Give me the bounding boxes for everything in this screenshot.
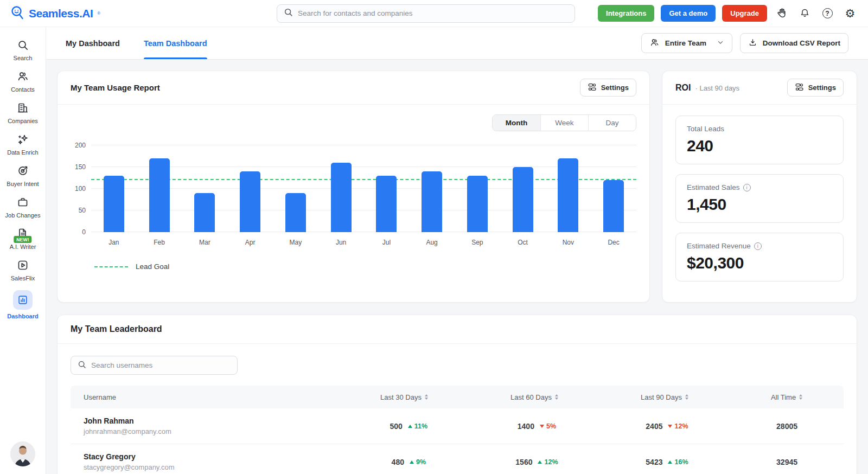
sidebar-item-buyer-intent[interactable]: Buyer Intent [1,164,44,187]
usage-bar-chart: 050100150200 [71,145,636,232]
stat-label: Estimated Sales [687,183,740,191]
tab-my-dashboard[interactable]: My Dashboard [66,27,120,59]
x-tick-label: Feb [137,239,182,246]
column-header-all-time[interactable]: All Time [730,393,844,401]
roi-title: ROI [675,83,691,93]
sidebar-item-data-enrich[interactable]: Data Enrich [1,133,44,156]
notifications-bell-icon[interactable] [796,5,813,22]
metric-value: 32945 [776,458,797,466]
leaderboard-table: UsernameLast 30 DaysLast 60 DaysLast 90 … [71,386,844,474]
metric-cell: 542316% [599,458,730,466]
x-tick-label: Apr [227,239,273,246]
sidebar-item-salesflix[interactable]: SalesFlix [1,259,44,281]
global-search[interactable] [277,4,575,23]
period-option-week[interactable]: Week [540,115,588,131]
sidebar-item-ai-writer[interactable]: NEW! A.I. Writer [1,227,44,250]
leaderboard-title: My Team Leaderboard [71,324,162,334]
team-select-dropdown[interactable]: Entire Team [641,33,732,53]
sidebar-item-contacts[interactable]: Contacts [1,70,44,93]
y-tick-label: 150 [75,163,86,171]
metric-value: 480 [382,458,404,466]
roi-stat-estimated-revenue: Estimated Revenue$20,300 [675,233,844,281]
x-tick-label: Aug [409,239,455,246]
help-icon[interactable] [819,5,835,22]
settings-label: Settings [601,84,629,92]
sort-icon[interactable] [685,394,688,400]
bar-aug [422,171,442,232]
roi-stats: Total Leads240Estimated Sales1,450Estima… [662,105,857,292]
info-icon[interactable] [743,184,751,191]
job-changes-icon [16,196,29,209]
bar-oct [513,167,533,232]
logo-text: Seamless.AI [29,7,93,20]
user-email: johnrahman@company.com [84,427,339,435]
sidebar-label: A.I. Writer [10,244,36,250]
dashboard-icon [13,290,33,310]
metric-value: 28005 [776,422,797,431]
leaderboard-table-header: UsernameLast 30 DaysLast 60 DaysLast 90 … [71,386,844,408]
period-option-month[interactable]: Month [493,115,540,131]
metric-value: 5423 [641,458,662,466]
ai-writer-icon: NEW! [16,227,29,240]
integrations-button[interactable]: Integrations [598,5,654,22]
sidebar-item-dashboard[interactable]: Dashboard [1,290,44,319]
user-name: Stacy Gregory [84,452,339,461]
usage-settings-button[interactable]: Settings [580,79,636,97]
team-usage-report-card: My Team Usage Report Settings [57,71,650,303]
team-icon [649,37,660,49]
sort-icon[interactable] [425,394,428,400]
lead-goal-legend-label: Lead Goal [136,262,169,271]
gear-icon[interactable]: ⚙ [842,5,858,22]
column-header-last-60-days[interactable]: Last 60 Days [469,393,599,401]
trend-down-badge: 12% [668,422,688,430]
new-badge: NEW! [14,236,31,243]
metric-cell: 4809% [339,458,469,466]
tab-team-dashboard[interactable]: Team Dashboard [144,27,207,59]
trend-up-badge: 11% [408,422,427,430]
user-avatar[interactable] [10,441,35,466]
chart-plot [91,145,636,232]
metric-value: 1400 [513,422,534,431]
search-icon [78,360,86,371]
bar-may [285,193,306,232]
stat-value: 1,450 [687,195,832,214]
metric-cell: 50011% [339,422,469,431]
top-header: Seamless.AI ® Integrations Get a demo Up… [0,0,868,27]
sidebar-item-search[interactable]: Search [1,39,44,61]
sidebar-item-job-changes[interactable]: Job Changes [1,196,44,219]
user-cell: Stacy Gregorystacygregory@company.com [71,452,339,471]
hand-raise-icon[interactable] [774,5,790,22]
global-search-input[interactable] [298,9,568,17]
period-option-day[interactable]: Day [588,115,636,131]
trend-up-arrow-icon [538,460,542,464]
info-icon[interactable] [754,242,762,250]
roi-settings-button[interactable]: Settings [787,79,844,97]
sidebar-item-companies[interactable]: Companies [1,101,44,124]
y-tick-label: 0 [82,228,86,236]
x-tick-label: Jan [91,239,137,246]
trend-up-badge: 16% [668,458,688,466]
period-segmented-control: MonthWeekDay [492,114,636,131]
upgrade-button[interactable]: Upgrade [722,5,767,22]
username-search[interactable] [71,356,238,375]
download-csv-button[interactable]: Download CSV Report [740,33,848,53]
metric-cell: 32945 [730,458,844,466]
stat-label: Estimated Revenue [687,242,751,250]
sidebar-label: Dashboard [7,313,38,319]
search-icon [284,8,293,19]
get-a-demo-button[interactable]: Get a demo [661,5,716,22]
sidebar-label: SalesFlix [11,275,35,281]
username-search-input[interactable] [91,361,231,369]
logo-trademark: ® [97,11,100,16]
stat-value: $20,300 [687,254,832,272]
leaderboard-table-body: John Rahmanjohnrahman@company.com50011%1… [71,408,844,474]
column-header-last-30-days[interactable]: Last 30 Days [339,393,469,401]
sort-icon[interactable] [555,394,558,400]
sidebar-label: Contacts [11,86,34,93]
sidebar: Search Contacts [0,27,46,474]
sort-icon[interactable] [799,394,802,400]
sidebar-label: Job Changes [5,212,41,219]
seamless-logo[interactable]: Seamless.AI ® [10,5,100,22]
salesflix-icon [16,259,29,272]
column-header-last-90-days[interactable]: Last 90 Days [599,393,730,401]
